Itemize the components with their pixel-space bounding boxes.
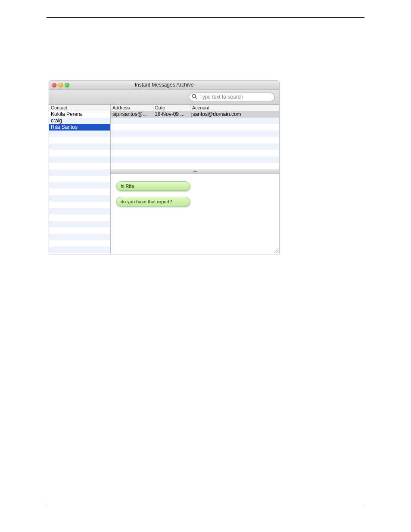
zoom-icon[interactable]	[65, 83, 69, 87]
window-title: Instant Messages Archive	[49, 82, 279, 88]
contact-row-empty	[49, 131, 110, 137]
sessions-header-date[interactable]: Date	[153, 105, 190, 111]
contact-row-empty	[49, 137, 110, 143]
contact-row-empty	[49, 143, 110, 150]
im-archive-window: Instant Messages Archive Contact Kokila …	[49, 80, 280, 254]
traffic-lights	[49, 83, 69, 87]
session-row-empty	[111, 124, 279, 131]
transcript-pane: hi Ritado you have that report?	[111, 174, 279, 254]
session-row-empty	[111, 131, 279, 137]
page-bottom-rule	[47, 506, 364, 506]
contact-row-empty	[49, 176, 110, 182]
contact-row[interactable]: craig	[49, 118, 110, 124]
contact-row-empty	[49, 182, 110, 189]
right-pane: Address Date Account sip:rsantos@...18-N…	[111, 105, 279, 254]
session-address: sip:rsantos@...	[111, 111, 153, 118]
session-row-empty	[111, 143, 279, 150]
contact-row-empty	[49, 169, 110, 176]
contact-row-empty	[49, 163, 110, 169]
session-row-empty	[111, 118, 279, 124]
splitter-grip-icon	[193, 171, 197, 172]
contacts-header[interactable]: Contact	[49, 105, 110, 111]
contact-row-empty	[49, 234, 110, 240]
sessions-header-row: Address Date Account	[111, 105, 279, 111]
body: Contact Kokila PereracraigRita Santos Ad…	[49, 105, 279, 254]
session-row-empty	[111, 163, 279, 169]
contact-row[interactable]: Rita Santos	[49, 124, 110, 131]
contact-row[interactable]: Kokila Perera	[49, 111, 110, 118]
contact-row-empty	[49, 156, 110, 163]
page-top-rule	[47, 17, 364, 18]
sessions-header-address[interactable]: Address	[111, 105, 153, 111]
contact-row-empty	[49, 215, 110, 221]
contact-row-empty	[49, 195, 110, 202]
contact-name: craig	[51, 118, 62, 124]
session-row[interactable]: sip:rsantos@...18-Nov-09 ...jsantos@doma…	[111, 111, 279, 118]
contacts-list: Kokila PereracraigRita Santos	[49, 111, 110, 254]
sessions-pane: Address Date Account sip:rsantos@...18-N…	[111, 105, 279, 169]
toolbar	[49, 90, 279, 105]
search-input[interactable]	[189, 93, 275, 101]
titlebar[interactable]: Instant Messages Archive	[49, 81, 279, 90]
contact-row-empty	[49, 240, 110, 247]
contact-row-empty	[49, 208, 110, 215]
sessions-header-account[interactable]: Account	[190, 105, 279, 111]
session-date: 18-Nov-09 ...	[153, 111, 190, 118]
message-bubble: hi Rita	[116, 181, 190, 191]
close-icon[interactable]	[52, 83, 56, 87]
session-row-empty	[111, 137, 279, 143]
svg-line-4	[277, 252, 278, 253]
resize-grip-icon[interactable]	[273, 248, 278, 253]
contact-row-empty	[49, 227, 110, 234]
splitter-handle[interactable]	[111, 169, 279, 174]
session-account: jsantos@domain.com	[190, 111, 279, 118]
contacts-pane: Contact Kokila PereracraigRita Santos	[49, 105, 111, 254]
contact-row-empty	[49, 189, 110, 195]
contact-name: Kokila Perera	[51, 111, 82, 117]
minimize-icon[interactable]	[58, 83, 63, 87]
session-row-empty	[111, 150, 279, 156]
message-bubble: do you have that report?	[116, 197, 190, 206]
search-field-wrap	[189, 93, 275, 101]
session-row-empty	[111, 156, 279, 163]
contact-name: Rita Santos	[51, 124, 78, 130]
contact-row-empty	[49, 221, 110, 227]
contact-row-empty	[49, 247, 110, 253]
sessions-list: sip:rsantos@...18-Nov-09 ...jsantos@doma…	[111, 111, 279, 169]
contact-row-empty	[49, 150, 110, 156]
contact-row-empty	[49, 202, 110, 208]
